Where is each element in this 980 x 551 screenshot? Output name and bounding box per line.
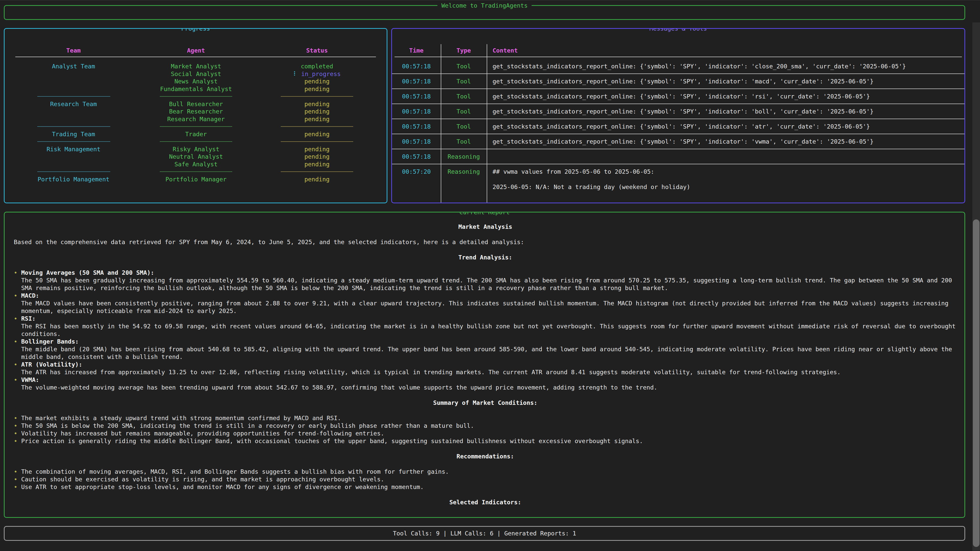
report-bullet-item: •The combination of moving averages, MAC… <box>14 468 957 475</box>
progress-row: Fundamentals Analystpending <box>5 85 387 93</box>
status-cell: ⠇ in_progress <box>276 70 358 78</box>
agent-cell: Social Analyst <box>155 70 237 78</box>
bullet-icon: • <box>14 361 18 368</box>
message-content-line: ## vwma values from 2025-05-06 to 2025-0… <box>493 168 963 176</box>
progress-row: Safe Analystpending <box>5 160 387 168</box>
message-time: 00:57:18 <box>392 108 441 115</box>
status-cell: pending <box>276 85 358 93</box>
status-cell: pending <box>276 100 358 108</box>
status-cell: pending <box>276 153 358 160</box>
message-type: Reasoning <box>441 168 487 176</box>
column-header-time: Time <box>392 47 441 54</box>
column-header-type: Type <box>441 47 487 54</box>
separator-segment-status <box>281 141 353 142</box>
column-header-status: Status <box>276 47 358 54</box>
report-blank-line <box>14 445 957 453</box>
report-blank-line <box>14 407 957 414</box>
status-cell: pending <box>276 108 358 115</box>
report-bullet-item: •Caution should be exercised as volatili… <box>14 475 957 483</box>
status-cell: pending <box>276 145 358 153</box>
bullet-icon: • <box>14 338 18 345</box>
agent-cell: Fundamentals Analyst <box>155 85 237 93</box>
separator-segment-status <box>281 126 353 127</box>
scrollbar-thumb[interactable] <box>973 219 980 547</box>
report-bullet-item: •The 50 SMA is below the 200 SMA, indica… <box>14 422 957 430</box>
message-row: 00:57:18Reasoning <box>392 153 964 168</box>
status-cell: pending <box>276 115 358 123</box>
report-bullet-item: •Use ATR to set appropriate stop-loss le… <box>14 483 957 491</box>
report-wrapped-line: The volume-weighted moving average has b… <box>14 384 957 391</box>
report-bullet-item: •The market exhibits a steady upward tre… <box>14 414 957 422</box>
message-row: 00:57:18Toolget_stockstats_indicators_re… <box>392 123 964 138</box>
progress-group-separator <box>5 138 387 145</box>
message-type: Reasoning <box>441 153 487 160</box>
separator-segment-team <box>37 141 110 142</box>
progress-row: Research Managerpending <box>5 115 387 123</box>
row-separator <box>392 164 964 164</box>
report-blank-line <box>14 491 957 499</box>
progress-row: Portfolio ManagementPortfolio Managerpen… <box>5 176 387 183</box>
report-paragraph: Based on the comprehensive data retrieve… <box>14 238 957 246</box>
report-bullet-item: •VWMA: <box>14 376 957 384</box>
report-panel-title: Current Report <box>455 212 514 216</box>
progress-row: Bear Researcherpending <box>5 108 387 115</box>
status-cell: pending <box>276 160 358 168</box>
app-title: Welcome to TradingAgents <box>438 2 532 10</box>
report-wrapped-line: middle band, consistent with a bullish t… <box>14 353 957 361</box>
report-heading: Selected Indicators: <box>14 499 957 506</box>
agent-cell: Portfolio Manager <box>155 176 237 183</box>
progress-group-separator <box>5 93 387 100</box>
agent-cell: News Analyst <box>155 78 237 85</box>
separator-segment-team <box>37 171 110 172</box>
progress-group-separator <box>5 168 387 176</box>
report-heading: Market Analysis <box>14 223 957 230</box>
separator-segment-agent <box>160 126 232 127</box>
progress-row: Social Analyst⠇ in_progress <box>5 70 387 78</box>
report-bullet-item: •MACD: <box>14 292 957 300</box>
row-separator <box>392 103 964 104</box>
separator-segment-team <box>37 126 110 127</box>
report-blank-line <box>14 246 957 254</box>
message-content: get_stockstats_indicators_report_online:… <box>493 108 963 115</box>
report-wrapped-line: momentum, especially noticeable from mid… <box>14 307 957 315</box>
progress-group-separator <box>5 123 387 130</box>
report-heading: Trend Analysis: <box>14 254 957 261</box>
bullet-icon: • <box>14 414 18 422</box>
row-separator <box>392 89 964 89</box>
agent-cell: Safe Analyst <box>155 160 237 168</box>
bullet-icon: • <box>14 315 18 322</box>
message-time: 00:57:18 <box>392 62 441 70</box>
message-time: 00:57:18 <box>392 138 441 145</box>
column-header-content: Content <box>493 47 518 54</box>
report-bullet-item: •Price action is generally riding the mi… <box>14 437 957 445</box>
bullet-icon: • <box>14 269 18 276</box>
header-underline <box>15 57 376 57</box>
message-row: 00:57:20Reasoning## vwma values from 202… <box>392 168 964 198</box>
row-separator <box>392 149 964 149</box>
report-wrapped-line: The ATR has increased from approximately… <box>14 368 957 376</box>
status-cell: pending <box>276 78 358 85</box>
tradingagents-terminal: Welcome to TradingAgents Progress Team A… <box>0 0 980 551</box>
agent-cell: Neutral Analyst <box>155 153 237 160</box>
agent-cell: Bull Researcher <box>155 100 237 108</box>
report-wrapped-line: The 50 SMA has been gradually increasing… <box>14 276 957 284</box>
bullet-icon: • <box>14 468 18 475</box>
message-time: 00:57:18 <box>392 123 441 130</box>
message-content: get_stockstats_indicators_report_online:… <box>493 138 963 145</box>
progress-panel: Progress Team Agent Status Analyst TeamM… <box>4 28 387 203</box>
report-blank-line <box>14 460 957 468</box>
report-heading: Recommendations: <box>14 453 957 460</box>
progress-panel-title: Progress <box>177 28 214 32</box>
separator-segment-status <box>281 171 353 172</box>
header-underline <box>395 57 962 57</box>
message-type: Tool <box>441 138 487 145</box>
message-type: Tool <box>441 123 487 130</box>
agent-cell: Bear Researcher <box>155 108 237 115</box>
progress-row: Risk ManagementRisky Analystpending <box>5 145 387 153</box>
stats-footer-text: Tool Calls: 9 | LLM Calls: 6 | Generated… <box>5 527 964 540</box>
agent-cell: Trader <box>155 130 237 138</box>
message-row: 00:57:18Toolget_stockstats_indicators_re… <box>392 108 964 123</box>
message-time: 00:57:18 <box>392 153 441 160</box>
messages-panel-title: Messages & Tools <box>646 28 711 32</box>
message-time: 00:57:18 <box>392 78 441 85</box>
